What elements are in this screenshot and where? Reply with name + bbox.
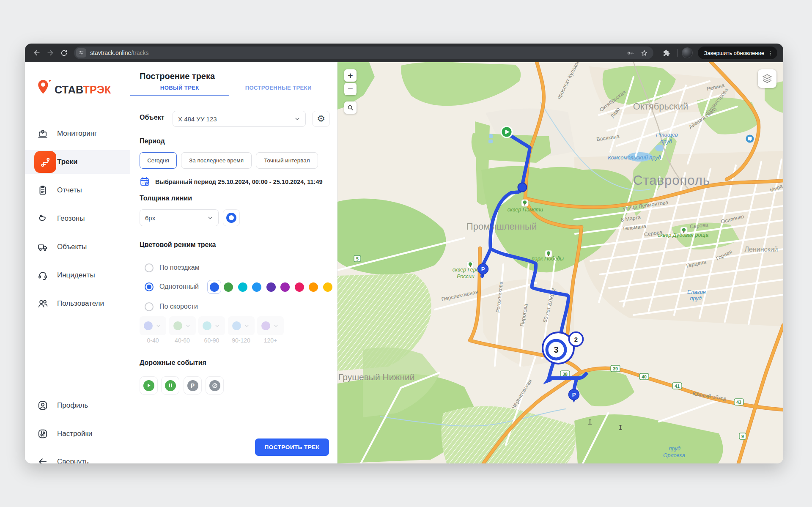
track-waypoint-dot[interactable] [518,183,527,192]
speed-color-select[interactable] [198,316,225,335]
address-bar[interactable]: stavtrack.online/tracks [74,47,653,59]
sidebar-item-reports[interactable]: Отчеты [25,178,130,202]
color-swatch[interactable] [309,282,318,292]
finish-update-button[interactable]: Завершить обновление ⋮ [698,47,777,59]
radio-label: По скорости [159,303,198,310]
map-label: Октябрьский [633,101,688,112]
svg-text:9: 9 [741,434,744,439]
selected-period-text: Выбранный период 25.10.2024, 00:00 - 25.… [155,178,323,185]
speed-color-select[interactable] [169,316,196,335]
event-pause-button[interactable] [161,376,179,395]
users-icon [37,298,48,309]
finish-update-label: Завершить обновление [704,50,764,56]
sidebar-item-users[interactable]: Пользователи [25,292,130,315]
sidebar-item-incidents[interactable]: Инциденты [25,263,130,287]
tab-new-track[interactable]: НОВЫЙ ТРЕК [130,85,229,96]
sidebar-item-tracks[interactable]: Треки [25,150,130,174]
reload-button[interactable] [57,46,71,60]
period-interval-button[interactable]: Точный интервал [256,152,318,169]
road-shield: 39 [611,365,620,372]
sidebar-item-geozones[interactable]: Геозоны [25,207,130,230]
color-swatch[interactable] [266,282,276,292]
period-label: Период [140,137,165,145]
radio-selected-icon [145,282,154,291]
sidebar-item-collapse[interactable]: Свернуть [25,450,130,463]
event-speeding-button[interactable] [206,376,224,395]
period-recent-button[interactable]: За последнее время [181,152,252,169]
map-label: пруд [669,445,680,452]
thickness-value: 6px [145,214,155,222]
svg-text:40: 40 [642,374,647,379]
logo-pin-icon [36,78,53,98]
radio-by-trips[interactable]: По поездкам [145,263,200,272]
toolbar-separator [677,49,678,57]
app-logo[interactable]: СТАВТРЭК [36,78,111,98]
svg-text:43: 43 [736,400,741,405]
track-color-preview-button[interactable] [223,209,240,226]
color-swatch[interactable] [238,282,247,292]
browser-window: stavtrack.online/tracks Завершить обновл… [25,44,783,463]
site-settings-icon[interactable] [76,48,86,58]
chevron-down-icon [214,323,220,329]
layers-icon [762,73,773,84]
reload-icon [60,49,68,57]
sidebar-item-monitoring[interactable]: Мониторинг [25,122,130,145]
build-track-button[interactable]: ПОСТРОИТЬ ТРЕК [255,438,329,456]
sidebar-item-label: Профиль [57,401,88,410]
speed-color-select[interactable] [140,316,166,335]
bus-stop-icon [746,135,754,143]
map-label: России [457,274,475,280]
sidebar-item-settings[interactable]: Настройки [25,422,130,446]
period-today-button[interactable]: Сегодня [140,152,177,169]
chevron-down-icon [273,323,279,329]
map[interactable]: СтавропольОктябрьскийПромышленныйЛенинск… [337,62,783,463]
color-swatch[interactable] [224,282,233,292]
thickness-select[interactable]: 6px [140,209,219,226]
forward-button[interactable] [44,46,57,60]
svg-text:41: 41 [675,384,680,389]
object-select[interactable]: Х 484 УУ 123 [173,111,306,127]
profile-icon [37,400,48,411]
color-swatch[interactable] [295,282,304,292]
radio-by-speed[interactable]: По скорости [145,302,198,311]
radio-icon [145,263,154,272]
radio-label: По поездкам [159,264,200,271]
object-label: Объект [140,114,165,121]
password-key-icon[interactable] [626,49,634,57]
object-settings-button[interactable]: ⚙ [312,111,330,127]
road-shield: 40 [639,373,649,380]
map-label: Комсомольский пруд [608,154,661,161]
speed-color-dot [173,321,182,330]
map-search-button[interactable] [344,101,357,114]
sidebar-item-objects[interactable]: Объекты [25,235,130,259]
object-value: Х 484 УУ 123 [178,115,217,123]
speed-color-dot [203,321,211,330]
color-swatch[interactable] [210,282,219,292]
event-parking-button[interactable]: P [184,376,202,395]
color-swatch-selected[interactable] [207,280,221,294]
bookmark-star-icon[interactable] [640,49,648,57]
cluster-count-big: 3 [554,345,558,354]
calendar-icon [140,176,150,187]
collapse-arrow-icon [37,456,48,463]
map-layers-button[interactable] [758,69,776,88]
back-button[interactable] [30,46,44,60]
color-swatch[interactable] [252,282,261,292]
event-start-button[interactable] [140,376,158,395]
color-swatch[interactable] [323,282,332,292]
zoom-out-button[interactable]: − [344,83,357,95]
color-mode-label: Цветовой режим трека [140,241,216,249]
map-label: Ставрополь [633,173,710,188]
browser-menu-icon[interactable]: ⋮ [768,49,774,56]
radio-solid-color[interactable]: Однотонный [145,282,199,291]
track-start-marker[interactable] [501,126,512,137]
sidebar-item-profile[interactable]: Профиль [25,394,130,417]
cluster-count-small: 2 [574,336,578,343]
zoom-in-button[interactable]: + [344,69,357,82]
color-swatch[interactable] [280,282,290,292]
extensions-button[interactable] [659,46,673,60]
tab-built-tracks[interactable]: ПОСТРОЕННЫЕ ТРЕКИ [229,85,328,96]
speed-color-select[interactable] [228,316,255,335]
speed-color-select[interactable] [257,316,284,335]
profile-avatar[interactable] [682,47,693,58]
